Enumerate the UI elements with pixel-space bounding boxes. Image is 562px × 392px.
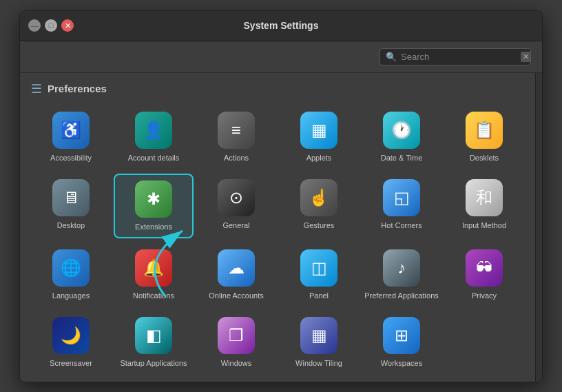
icon-applets: ▦ [300,112,337,149]
settings-item-window-tiling[interactable]: ▦Window Tiling [279,311,359,373]
preferences-icon: ☰ [31,81,42,96]
settings-item-windows[interactable]: ❐Windows [196,311,276,373]
label-workspaces: Workspaces [381,358,422,368]
search-clear-button[interactable]: ✕ [521,52,531,62]
label-gestures: Gestures [304,220,335,230]
titlebar: — □ ✕ System Settings [20,11,542,41]
label-preferred-applications: Preferred Applications [364,291,439,300]
settings-item-account-details[interactable]: 👤Account details [114,106,194,168]
section-header: ☰ Preferences [31,81,524,96]
icon-languages: 🌐 [52,249,90,287]
label-notifications: Notifications [133,291,174,300]
icon-date-time: 🕐 [383,112,420,149]
label-accessibility: Accessibility [50,153,92,163]
icon-windows: ❐ [218,317,255,354]
window-title: System Settings [83,20,479,31]
icon-general: ⊙ [218,179,255,216]
settings-item-extensions[interactable]: ✱Extensions [114,174,194,238]
search-box[interactable]: 🔍 ✕ [379,48,531,65]
settings-item-languages[interactable]: 🌐Languages [31,244,111,306]
icon-input-method: 和 [466,179,503,216]
search-icon: 🔍 [386,52,397,62]
settings-item-panel[interactable]: ◫Panel [279,244,359,306]
icon-hot-corners: ◱ [383,179,420,216]
settings-item-general[interactable]: ⊙General [196,174,276,238]
settings-grid: ♿Accessibility👤Account details≡Actions▦A… [31,106,524,374]
settings-item-input-method[interactable]: 和Input Method [444,174,524,238]
settings-item-workspaces[interactable]: ⊞Workspaces [362,311,441,373]
icon-desklets: 📋 [466,112,503,149]
icon-workspaces: ⊞ [383,317,420,354]
icon-desktop: 🖥 [52,179,90,216]
settings-item-applets[interactable]: ▦Applets [279,106,359,168]
settings-item-preferred-applications[interactable]: ♪Preferred Applications [362,244,441,306]
toolbar: 🔍 ✕ [20,41,542,73]
label-online-accounts: Online Accounts [209,291,264,300]
label-privacy: Privacy [472,291,497,300]
icon-notifications: 🔔 [135,249,172,287]
label-desktop: Desktop [57,220,85,230]
icon-account-details: 👤 [135,112,172,149]
icon-startup-applications: ◧ [135,317,172,354]
settings-item-online-accounts[interactable]: ☁Online Accounts [196,244,276,306]
icon-extensions: ✱ [135,180,172,218]
settings-item-gestures[interactable]: ☝Gestures [279,174,359,238]
settings-item-accessibility[interactable]: ♿Accessibility [31,106,111,168]
label-applets: Applets [306,153,332,163]
label-actions: Actions [224,153,249,163]
label-startup-applications: Startup Applications [120,358,187,368]
minimize-button[interactable]: — [28,19,41,32]
label-date-time: Date & Time [381,153,423,163]
label-screensaver: Screensaver [50,358,92,368]
label-general: General [222,220,249,230]
label-account-details: Account details [128,153,180,163]
icon-actions: ≡ [218,112,255,149]
icon-panel: ◫ [300,249,337,287]
main-panel: ☰ Preferences ♿Accessibility👤Account det… [20,73,535,382]
close-button[interactable]: ✕ [61,19,74,32]
settings-item-desklets[interactable]: 📋Desklets [444,106,524,168]
settings-item-actions[interactable]: ≡Actions [196,106,276,168]
icon-preferred-applications: ♪ [383,249,420,287]
label-window-tiling: Window Tiling [295,358,342,368]
icon-window-tiling: ▦ [300,317,337,354]
label-desklets: Desklets [470,153,499,163]
maximize-button[interactable]: □ [45,19,57,32]
label-extensions: Extensions [135,222,172,231]
label-languages: Languages [52,291,90,300]
settings-item-startup-applications[interactable]: ◧Startup Applications [114,311,194,373]
scrollbar[interactable] [535,73,542,382]
icon-accessibility: ♿ [52,112,90,149]
content-area: ☰ Preferences ♿Accessibility👤Account det… [20,73,542,382]
settings-item-desktop[interactable]: 🖥Desktop [31,174,111,238]
icon-screensaver: 🌙 [52,317,90,354]
settings-item-hot-corners[interactable]: ◱Hot Corners [362,174,441,238]
settings-item-privacy[interactable]: 🕶Privacy [444,244,524,306]
system-settings-window: — □ ✕ System Settings 🔍 ✕ ☰ Preferences … [19,10,543,382]
search-input[interactable] [401,52,517,62]
icon-gestures: ☝ [300,179,337,216]
icon-privacy: 🕶 [466,249,503,287]
settings-item-notifications[interactable]: 🔔Notifications [114,244,194,306]
label-input-method: Input Method [462,220,506,230]
settings-item-screensaver[interactable]: 🌙Screensaver [31,311,111,373]
label-windows: Windows [221,358,252,368]
section-title: Preferences [48,83,107,94]
label-hot-corners: Hot Corners [381,220,422,230]
label-panel: Panel [309,291,329,300]
icon-online-accounts: ☁ [218,249,255,287]
settings-item-date-time[interactable]: 🕐Date & Time [362,106,441,168]
